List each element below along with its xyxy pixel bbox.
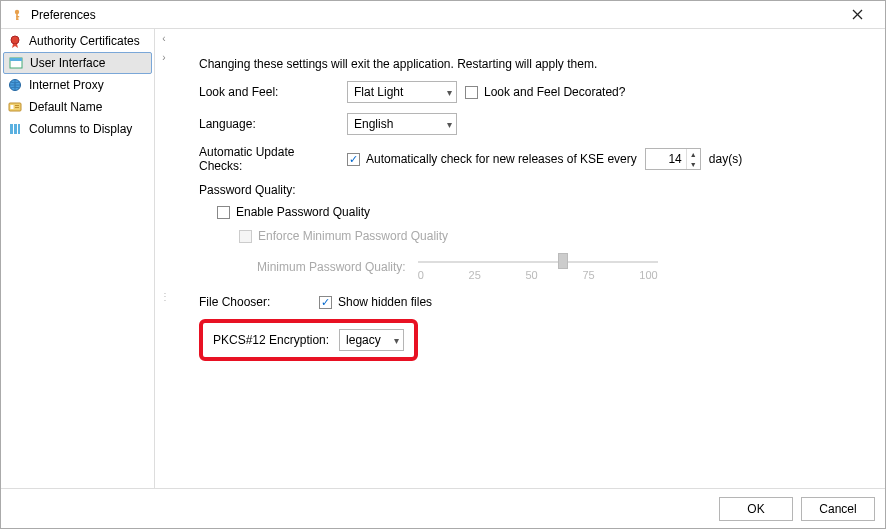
title-bar: Preferences — [1, 1, 885, 29]
close-button[interactable] — [837, 1, 877, 29]
slider-tick: 25 — [469, 269, 481, 281]
chevron-down-icon: ▾ — [447, 119, 452, 130]
slider-tick: 100 — [639, 269, 657, 281]
svg-rect-14 — [10, 124, 13, 134]
auto-update-checkbox[interactable]: Automatically check for new releases of … — [347, 152, 637, 166]
checkbox-icon — [319, 296, 332, 309]
sidebar-item-default-name[interactable]: Default Name — [1, 96, 154, 118]
sidebar-item-label: Internet Proxy — [29, 78, 104, 92]
language-label: Language: — [199, 117, 339, 131]
spin-down-icon[interactable]: ▼ — [687, 159, 700, 169]
enable-password-quality-label: Enable Password Quality — [236, 205, 370, 219]
columns-icon — [7, 121, 23, 137]
svg-point-0 — [15, 9, 19, 13]
chevron-down-icon: ▾ — [447, 87, 452, 98]
chevron-down-icon: ▾ — [394, 335, 399, 346]
sidebar-item-user-interface[interactable]: User Interface — [3, 52, 152, 74]
pkcs12-encryption-value: legacy — [346, 333, 381, 347]
sidebar-item-label: Default Name — [29, 100, 102, 114]
checkbox-icon — [217, 206, 230, 219]
slider-tick: 0 — [418, 269, 424, 281]
sidebar-item-internet-proxy[interactable]: Internet Proxy — [1, 74, 154, 96]
svg-rect-16 — [18, 124, 20, 134]
spin-up-icon[interactable]: ▲ — [687, 149, 700, 159]
pkcs12-encryption-select[interactable]: legacy ▾ — [339, 329, 404, 351]
close-icon — [852, 9, 863, 20]
auto-update-days-suffix: day(s) — [709, 152, 742, 166]
language-value: English — [354, 117, 393, 131]
svg-rect-8 — [10, 58, 22, 61]
window-icon — [8, 55, 24, 71]
sidebar-item-columns-to-display[interactable]: Columns to Display — [1, 118, 154, 140]
checkbox-icon — [347, 153, 360, 166]
look-and-feel-decorated-checkbox[interactable]: Look and Feel Decorated? — [465, 85, 625, 99]
show-hidden-files-label: Show hidden files — [338, 295, 432, 309]
language-select[interactable]: English ▾ — [347, 113, 457, 135]
certificate-icon — [7, 33, 23, 49]
content-panel: Changing these settings will exit the ap… — [155, 29, 885, 488]
sidebar: Authority Certificates User Interface In… — [1, 29, 155, 488]
app-icon — [9, 7, 25, 23]
checkbox-icon — [239, 230, 252, 243]
cancel-button-label: Cancel — [819, 502, 856, 516]
look-and-feel-select[interactable]: Flat Light ▾ — [347, 81, 457, 103]
enforce-min-password-quality-label: Enforce Minimum Password Quality — [258, 229, 448, 243]
enable-password-quality-checkbox[interactable]: Enable Password Quality — [217, 205, 370, 219]
pkcs12-highlight: PKCS#12 Encryption: legacy ▾ — [199, 319, 418, 361]
svg-rect-11 — [11, 105, 14, 109]
window-title: Preferences — [31, 8, 837, 22]
slider-tick: 75 — [582, 269, 594, 281]
ok-button-label: OK — [747, 502, 764, 516]
slider-tick: 50 — [525, 269, 537, 281]
look-and-feel-decorated-label: Look and Feel Decorated? — [484, 85, 625, 99]
cancel-button[interactable]: Cancel — [801, 497, 875, 521]
globe-icon — [7, 77, 23, 93]
auto-update-days-value[interactable] — [646, 152, 686, 166]
footer: OK Cancel — [1, 488, 885, 528]
look-and-feel-label: Look and Feel: — [199, 85, 339, 99]
min-password-quality-slider: 0 25 50 75 100 — [418, 253, 658, 281]
sidebar-item-label: User Interface — [30, 56, 105, 70]
sidebar-item-label: Authority Certificates — [29, 34, 140, 48]
pkcs12-encryption-label: PKCS#12 Encryption: — [213, 333, 329, 347]
slider-thumb-icon — [558, 253, 568, 269]
auto-update-checkbox-label: Automatically check for new releases of … — [366, 152, 637, 166]
id-icon — [7, 99, 23, 115]
info-text: Changing these settings will exit the ap… — [199, 57, 865, 71]
look-and-feel-value: Flat Light — [354, 85, 403, 99]
enforce-min-password-quality-checkbox: Enforce Minimum Password Quality — [239, 229, 448, 243]
sidebar-item-authority-certificates[interactable]: Authority Certificates — [1, 30, 154, 52]
sidebar-item-label: Columns to Display — [29, 122, 132, 136]
auto-update-days-spinner[interactable]: ▲ ▼ — [645, 148, 701, 170]
svg-rect-2 — [16, 16, 19, 17]
svg-rect-3 — [16, 18, 18, 19]
auto-update-label: Automatic Update Checks: — [199, 145, 339, 173]
min-password-quality-label: Minimum Password Quality: — [257, 260, 406, 274]
svg-rect-15 — [14, 124, 17, 134]
password-quality-header: Password Quality: — [199, 183, 865, 197]
ok-button[interactable]: OK — [719, 497, 793, 521]
svg-point-6 — [11, 36, 19, 44]
file-chooser-label: File Chooser: — [199, 295, 311, 309]
checkbox-icon — [465, 86, 478, 99]
show-hidden-files-checkbox[interactable]: Show hidden files — [319, 295, 432, 309]
